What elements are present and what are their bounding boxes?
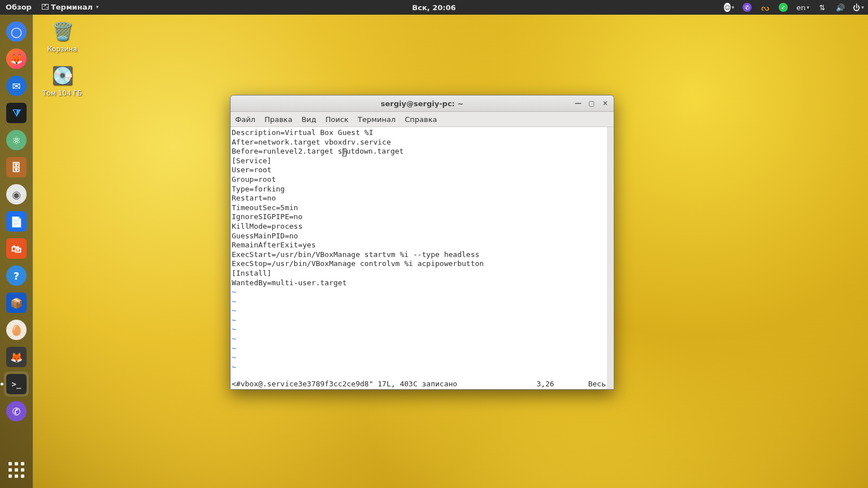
status-cursor-pos: 3,26	[536, 380, 554, 389]
terminal-icon: >_	[6, 374, 27, 394]
power-icon: ⏻	[853, 3, 860, 12]
dock-help[interactable]: ?	[4, 263, 29, 288]
disks-icon: ◉	[6, 184, 27, 204]
dock-writer[interactable]: 📄	[4, 209, 29, 234]
clock-label: Вск, 20:06	[412, 3, 455, 12]
software-icon: 🛍	[6, 238, 27, 259]
dock-virtualbox[interactable]: 📦	[4, 290, 29, 315]
trash-label: Корзина	[40, 45, 85, 53]
volume-icon[interactable]: 💽 Том 104 ГБ	[40, 63, 85, 97]
volume-label: Том 104 ГБ	[40, 89, 85, 97]
dock-vscode[interactable]: ⧩	[4, 101, 29, 125]
thunderbird-icon: ✉	[6, 76, 27, 96]
network-icon[interactable]: ⇅	[817, 2, 827, 12]
dock: ◯ 🦊 ✉ ⧩ ⚛ 🗄 ◉ 📄 🛍 ? 📦 🥚 🦊 >_ ✆	[0, 15, 33, 488]
activities-label: Обзор	[6, 3, 32, 11]
dock-software[interactable]: 🛍	[4, 236, 29, 261]
check-circle-icon: ✓	[779, 3, 788, 12]
atom-icon: ⚛	[6, 130, 27, 150]
zigzag-icon: ᔓ	[761, 2, 769, 13]
chevron-down-icon: ▾	[861, 5, 864, 10]
dock-gimp[interactable]: 🦊	[4, 345, 29, 369]
drive-glyph-icon: 💽	[50, 63, 74, 87]
running-indicator	[1, 383, 3, 386]
menu-terminal[interactable]: Терминал	[358, 115, 396, 124]
gimp-icon: 🦊	[6, 347, 27, 367]
dock-viber[interactable]: ✆	[4, 399, 29, 424]
status-left: <#vbox@.service3e3789f3cc2ce9d8" 17L, 40…	[232, 380, 457, 389]
virtualbox-icon: 📦	[6, 293, 27, 313]
egg-icon: 🥚	[6, 320, 27, 340]
dock-atom[interactable]: ⚛	[4, 128, 29, 152]
status-ok[interactable]: ✓	[778, 2, 788, 12]
chevron-down-icon: ▾	[806, 5, 809, 10]
firefox-icon: 🦊	[6, 49, 27, 69]
desktop-icons: 🗑️ Корзина 💽 Том 104 ГБ	[40, 19, 85, 97]
window-maximize-button[interactable]: ▢	[588, 99, 596, 107]
scrollbar[interactable]	[607, 127, 614, 389]
active-app-menu[interactable]: Терминал ▾	[41, 0, 100, 15]
trash-icon[interactable]: 🗑️ Корзина	[40, 19, 85, 53]
accessibility-icon: ☺	[724, 3, 730, 12]
dock-terminal[interactable]: >_	[4, 372, 29, 396]
app-indicator[interactable]: ᔓ	[760, 2, 770, 12]
menu-help[interactable]: Справка	[405, 115, 437, 124]
files-icon: 🗄	[6, 157, 27, 177]
dock-thunderbird[interactable]: ✉	[4, 73, 29, 98]
dock-egg[interactable]: 🥚	[4, 317, 29, 342]
viber-tray[interactable]: ✆	[742, 2, 752, 12]
activities-button[interactable]: Обзор	[5, 0, 33, 15]
clock[interactable]: Вск, 20:06	[412, 3, 455, 12]
power-menu[interactable]: ⏻ ▾	[853, 2, 863, 12]
dock-chromium[interactable]: ◯	[4, 19, 29, 44]
viber-icon: ✆	[6, 401, 27, 421]
vscode-icon: ⧩	[6, 103, 27, 123]
terminal-window: sergiy@sergiy-pc: ~ — ▢ ✕ Файл Правка Ви…	[230, 95, 614, 390]
window-titlebar[interactable]: sergiy@sergiy-pc: ~ — ▢ ✕	[231, 95, 614, 112]
terminal-body[interactable]: Description=Virtual Box Guest %I After=n…	[231, 127, 614, 389]
menu-search[interactable]: Поиск	[326, 115, 349, 124]
window-menubar: Файл Правка Вид Поиск Терминал Справка	[231, 112, 614, 127]
dock-firefox[interactable]: 🦊	[4, 46, 29, 71]
terminal-content: Description=Virtual Box Guest %I After=n…	[231, 127, 607, 372]
chevron-down-icon: ▾	[732, 5, 735, 10]
vim-status-line: <#vbox@.service3e3789f3cc2ce9d8" 17L, 40…	[231, 380, 607, 389]
menu-edit[interactable]: Правка	[264, 115, 292, 124]
terminal-icon	[42, 4, 49, 10]
keyboard-layout-menu[interactable]: en ▾	[796, 2, 809, 12]
chromium-icon: ◯	[6, 21, 27, 42]
window-close-button[interactable]: ✕	[601, 99, 609, 107]
volume-icon[interactable]: 🔊	[835, 2, 845, 12]
help-icon: ?	[6, 265, 27, 286]
dock-disks[interactable]: ◉	[4, 182, 29, 207]
show-applications-button[interactable]	[4, 457, 29, 482]
dock-files[interactable]: 🗄	[4, 155, 29, 180]
top-panel: Обзор Терминал ▾ Вск, 20:06 ☺ ▾ ✆ ᔓ ✓ en…	[0, 0, 868, 15]
menu-view[interactable]: Вид	[301, 115, 316, 124]
chevron-down-icon: ▾	[96, 4, 99, 10]
viber-icon: ✆	[743, 3, 752, 12]
keyboard-layout-label: en	[796, 3, 805, 12]
menu-file[interactable]: Файл	[235, 115, 255, 124]
status-right: Весь	[588, 380, 606, 389]
window-minimize-button[interactable]: —	[574, 99, 582, 107]
writer-icon: 📄	[6, 211, 27, 232]
text-cursor: h	[342, 149, 346, 156]
window-title: sergiy@sergiy-pc: ~	[381, 99, 463, 108]
active-app-label: Терминал	[51, 3, 93, 11]
accessibility-menu[interactable]: ☺ ▾	[724, 2, 734, 12]
trash-glyph-icon: 🗑️	[50, 19, 74, 43]
